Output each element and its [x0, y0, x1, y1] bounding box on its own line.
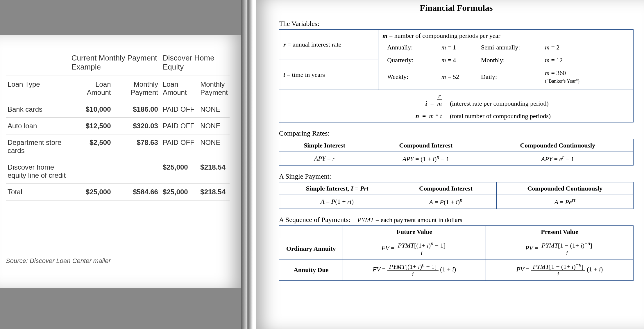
group-header-equity: Discover Home Equity [161, 49, 230, 76]
table-row: Auto loan $12,500 $320.03 PAID OFF NONE [6, 118, 230, 134]
table-row-total: Total $25,000 $584.66 $25,000 $218.54 [6, 184, 230, 200]
section-comparing-rates: Comparing Rates: [279, 129, 634, 137]
col-loan-amount-1: LoanAmount [70, 76, 117, 101]
table-row: Discover home equity line of credit $25,… [6, 159, 230, 184]
annuity-table: Future Value Present Value Ordinary Annu… [279, 225, 634, 281]
section-sequence-payments: A Sequence of Payments: PYMT = each paym… [279, 216, 634, 224]
left-page-background: Current Monthly Payment Example Discover… [0, 0, 241, 329]
variables-table: r = annual interest rate m = number of c… [279, 29, 634, 122]
col-loan-type: Loan Type [6, 76, 70, 101]
col-monthly-payment-2: MonthlyPayment [198, 76, 230, 101]
col-loan-amount-2: LoanAmount [161, 76, 198, 101]
section-variables: The Variables: [279, 20, 634, 28]
i-definition: (interest rate per compounding period) [450, 100, 623, 107]
source-citation: Source: Discover Loan Center mailer [6, 257, 111, 265]
section-single-payment: A Single Payment: [279, 172, 634, 180]
loan-comparison-document: Current Monthly Payment Example Discover… [0, 35, 241, 288]
loan-comparison-table: Current Monthly Payment Example Discover… [6, 49, 230, 200]
right-page: Financial Formulas The Variables: r = an… [256, 0, 644, 329]
single-payment-table: Simple Interest, I = Prt Compound Intere… [279, 182, 634, 209]
group-header-current: Current Monthly Payment Example [70, 49, 161, 76]
table-row: Bank cards $10,000 $186.00 PAID OFF NONE [6, 101, 230, 118]
page-gutter [241, 0, 256, 329]
col-monthly-payment-1: MonthlyPayment [117, 76, 161, 101]
table-row: Department store cards $2,500 $78.63 PAI… [6, 134, 230, 159]
rates-table: Simple Interest Compound Interest Compou… [279, 139, 634, 166]
formulas-title: Financial Formulas [279, 3, 634, 13]
n-definition: (total number of compounding periods) [450, 112, 623, 120]
